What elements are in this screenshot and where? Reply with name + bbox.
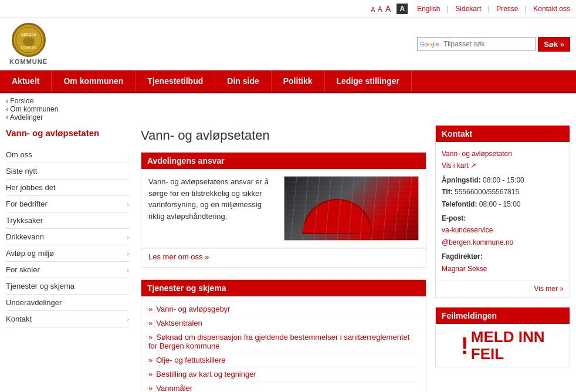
sidekart-link[interactable]: Sidekart	[455, 5, 481, 13]
section2-header: Tjenester og skjema	[141, 280, 426, 296]
section1-header: Avdelingens ansvar	[141, 153, 426, 169]
search-area: Google Søk »	[417, 37, 570, 52]
sidebar-item-underavdelinger[interactable]: Underavdelinger	[6, 295, 129, 311]
font-small[interactable]: A	[371, 6, 375, 13]
right-column: Kontakt Vann- og avløpsetaten Vis i kart…	[435, 125, 570, 392]
font-size-controls[interactable]: A A A	[371, 4, 392, 13]
sidebar-nav: Om oss Siste nytt Her jobbes det For bed…	[6, 147, 129, 327]
vis-mer-area: Vis mer »	[436, 281, 570, 298]
sidebar-item-om-oss[interactable]: Om oss	[6, 147, 129, 163]
sidebar-title: Vann- og avløpsetaten	[6, 128, 129, 141]
sidebar-item-siste-nytt[interactable]: Siste nytt	[6, 163, 129, 180]
svg-line-7	[314, 177, 320, 240]
contact-body: Vann- og avløpsetaten Vis i kart ↗ Åpnin…	[436, 142, 570, 281]
search-input[interactable]	[441, 38, 535, 50]
logo-circle: BERGEN KOMMUNE	[12, 23, 46, 57]
svg-line-15	[406, 177, 412, 240]
service-item-4[interactable]: Bestilling av kart og tegninger	[148, 367, 419, 381]
telefontid-value: 08:00 - 15:00	[479, 200, 521, 208]
feil-banner[interactable]: ! MELD INN FEIL	[436, 324, 570, 367]
svg-line-10	[348, 177, 354, 240]
logo-area[interactable]: BERGEN KOMMUNE KOMMUNE	[9, 23, 48, 65]
nav-politikk[interactable]: Politikk	[272, 70, 325, 92]
tlf-value: 55566000/55567815	[455, 188, 519, 196]
sidebar-item-drikkevann[interactable]: Drikkevann ›	[6, 229, 129, 245]
section1-text: Vann- og avløpsetatens ansvar er å sørge…	[148, 176, 278, 241]
contact-box: Kontakt Vann- og avløpsetaten Vis i kart…	[435, 125, 570, 298]
kontakt-link[interactable]: Kontakt oss	[533, 5, 570, 13]
breadcrumb-forside[interactable]: ‹ Forside	[6, 97, 33, 105]
english-link[interactable]: English	[417, 5, 440, 13]
service-item-3[interactable]: Olje- og fettutskillere	[148, 353, 419, 367]
contact-dept-link[interactable]: Vann- og avløpsetaten	[442, 150, 512, 158]
feil-exclaim: !	[461, 334, 469, 357]
sidebar-item-her-jobbes-det[interactable]: Her jobbes det	[6, 180, 129, 196]
feil-text: MELD INN FEIL	[471, 329, 545, 362]
tlf-label: Tlf:	[442, 188, 453, 196]
font-large[interactable]: A	[385, 4, 391, 13]
sidebar-item-for-skoler[interactable]: For skoler ›	[6, 262, 129, 278]
feil-header: Feilmeldingen	[436, 307, 570, 324]
service-list: Vann- og avløpsgebyr Vaktsentralen Søkna…	[141, 296, 426, 392]
svg-point-3	[23, 37, 35, 46]
section-avdelingens-ansvar: Avdelingens ansvar Vann- og avløpsetaten…	[141, 152, 426, 268]
telefontid-label: Telefontid:	[442, 200, 477, 208]
section-tjenester: Tjenester og skjema Vann- og avløpsgebyr…	[141, 279, 426, 392]
svg-text:KOMMUNE: KOMMUNE	[21, 46, 36, 49]
nav-om-kommunen[interactable]: Om kommunen	[52, 70, 135, 92]
sidebar-item-kontakt[interactable]: Kontakt ›	[6, 311, 129, 327]
fag-label: Fagdirektør:	[442, 252, 483, 261]
email-label: E-post:	[442, 214, 466, 222]
page-title: Vann- og avløpsetaten	[141, 128, 426, 143]
les-mer-link[interactable]: Les mer om oss »	[148, 252, 209, 261]
email-link[interactable]: va-kundeservice @bergen.kommune.no	[442, 226, 513, 246]
section1-image	[284, 176, 419, 241]
svg-line-11	[360, 177, 366, 240]
top-links: English | Sidekart | Presse | Kontakt os…	[412, 5, 570, 13]
service-item-5[interactable]: Vannmåler	[148, 381, 419, 392]
service-item-2[interactable]: Søknad om dispensasjon fra gjeldende bes…	[148, 330, 419, 353]
sidebar-item-trykksaker[interactable]: Trykksaker	[6, 212, 129, 229]
main-nav: Aktuelt Om kommunen Tjenestetilbud Din s…	[0, 70, 576, 93]
opening-value: 08:00 - 15:00	[483, 176, 524, 184]
contact-map-link[interactable]: Vis i kart ↗	[442, 161, 476, 170]
contact-header: Kontakt	[436, 126, 570, 142]
vis-mer-link[interactable]: Vis mer »	[534, 285, 564, 293]
fag-link[interactable]: Magnar Sekse	[442, 265, 487, 273]
nav-din-side[interactable]: Din side	[215, 70, 271, 92]
presse-link[interactable]: Presse	[496, 5, 518, 13]
center-content: Vann- og avløpsetaten Avdelingens ansvar…	[141, 125, 426, 392]
sidebar-item-avlop-miljo[interactable]: Avløp og miljø ›	[6, 245, 129, 262]
nav-ledige-stillinger[interactable]: Ledige stillinger	[325, 70, 412, 92]
opening-label: Åpningstid:	[442, 176, 481, 184]
svg-line-12	[371, 177, 377, 240]
svg-text:BERGEN: BERGEN	[21, 33, 36, 36]
main-content: Vann- og avløpsetaten Om oss Siste nytt …	[0, 125, 576, 392]
nav-aktuelt[interactable]: Aktuelt	[0, 70, 52, 92]
svg-line-5	[291, 177, 297, 240]
breadcrumb-avdelinger[interactable]: ‹ Avdelinger	[6, 113, 43, 121]
svg-line-9	[337, 177, 343, 240]
svg-line-13	[383, 177, 389, 240]
font-medium[interactable]: A	[378, 5, 382, 13]
section1-body: Vann- og avløpsetatens ansvar er å sørge…	[141, 169, 426, 248]
header: BERGEN KOMMUNE KOMMUNE Google Søk »	[0, 18, 576, 70]
sidebar-item-tjenester-skjema[interactable]: Tjenester og skjema	[6, 278, 129, 295]
sidebar: Vann- og avløpsetaten Om oss Siste nytt …	[6, 125, 129, 392]
service-item-0[interactable]: Vann- og avløpsgebyr	[148, 302, 419, 316]
feilmeldingen-box: Feilmeldingen ! MELD INN FEIL	[435, 307, 570, 367]
logo-name: KOMMUNE	[9, 58, 48, 65]
nav-tjenestetilbud[interactable]: Tjenestetilbud	[135, 70, 215, 92]
breadcrumb: ‹ Forside ‹ Om kommunen ‹ Avdelinger	[0, 93, 576, 125]
contrast-button[interactable]: A	[397, 4, 408, 14]
breadcrumb-om-kommunen[interactable]: ‹ Om kommunen	[6, 105, 58, 113]
service-item-1[interactable]: Vaktsentralen	[148, 316, 419, 330]
svg-line-8	[326, 177, 331, 240]
section1-footer: Les mer om oss »	[141, 248, 426, 267]
search-button[interactable]: Søk »	[538, 37, 570, 52]
svg-line-6	[303, 177, 309, 240]
svg-line-14	[395, 177, 401, 240]
sidebar-item-for-bedrifter[interactable]: For bedrifter ›	[6, 196, 129, 212]
top-bar: A A A A English | Sidekart | Presse | Ko…	[0, 0, 576, 18]
